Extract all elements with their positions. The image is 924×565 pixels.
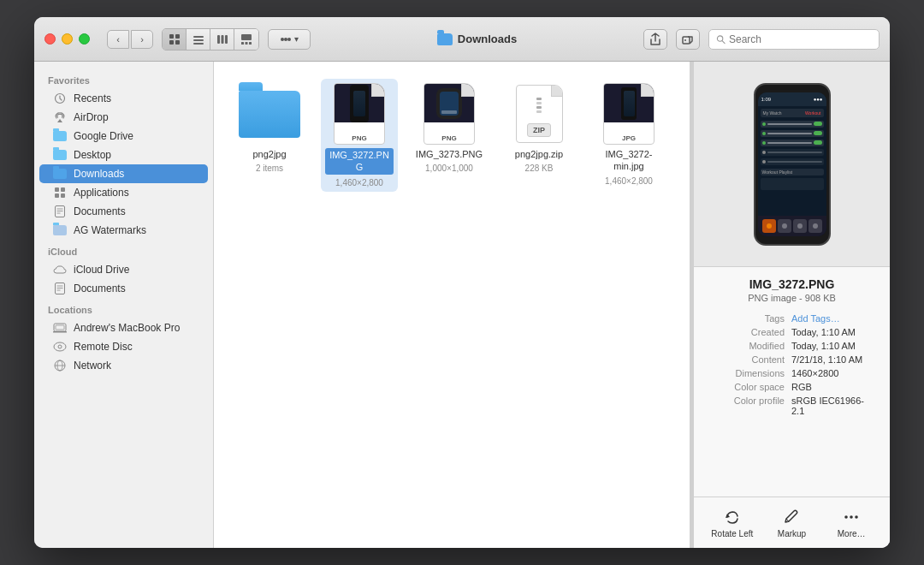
window-title: Downloads: [458, 33, 517, 45]
sidebar-item-applications-label: Applications: [74, 187, 129, 199]
file-item-png2jpg-zip[interactable]: ZIP png2jpg.zip 228 KB: [500, 79, 578, 192]
sidebar-item-recents[interactable]: Recents: [39, 89, 208, 108]
markup-label: Markup: [778, 529, 806, 538]
phone-tab-2: [793, 219, 807, 233]
svg-rect-2: [169, 40, 174, 45]
zip-label: ZIP: [527, 123, 551, 137]
share-button[interactable]: [643, 29, 667, 50]
file-icon-img3272-min: JPG: [598, 83, 660, 145]
file-item-img3272-min[interactable]: JPG IMG_3272-min.jpg 1,460×2,800: [590, 79, 667, 192]
svg-rect-25: [61, 193, 65, 198]
file-meta-img3273: 1,000×1,000: [425, 164, 473, 173]
png-watch-icon: PNG: [424, 83, 475, 145]
svg-rect-6: [193, 43, 204, 45]
file-item-png2jpg-folder[interactable]: png2jpg 2 items: [231, 79, 308, 192]
svg-rect-35: [56, 325, 64, 330]
svg-point-53: [850, 515, 853, 519]
phone-status-bar: 1:09 ●●●: [758, 92, 826, 106]
sidebar-item-desktop[interactable]: Desktop: [39, 146, 208, 164]
search-bar[interactable]: [708, 29, 880, 50]
main-layout: Favorites Recents AirDrop Google Drive: [34, 62, 890, 548]
google-drive-icon: [53, 129, 67, 143]
rotate-left-icon: [722, 507, 743, 527]
file-meta-img3272-min: 1,460×2,800: [605, 176, 653, 186]
forward-button[interactable]: ›: [131, 30, 153, 49]
phone-tab-1: [778, 219, 791, 233]
svg-rect-11: [241, 42, 244, 45]
network-icon: [53, 359, 67, 372]
preview-toolbar: Rotate Left Markup: [694, 497, 890, 548]
folder-large-icon: [239, 91, 300, 138]
rotate-left-action[interactable]: Rotate Left: [707, 507, 758, 538]
more-action[interactable]: More…: [826, 507, 877, 538]
sidebar-item-documents-fav[interactable]: Documents: [39, 202, 208, 221]
sidebar-section-favorites: Favorites: [34, 68, 213, 89]
preview-modified-value: Today, 1:10 AM: [791, 341, 876, 351]
svg-rect-43: [536, 102, 542, 104]
svg-rect-1: [175, 34, 180, 39]
columns-icon: [216, 33, 228, 45]
preview-colorspace-label: Color space: [708, 382, 785, 392]
back-button[interactable]: ‹: [107, 30, 129, 49]
sidebar-item-google-drive-label: Google Drive: [74, 130, 133, 142]
svg-rect-30: [56, 283, 65, 294]
phone-tab-3: [808, 219, 822, 233]
search-input[interactable]: [729, 33, 872, 45]
sidebar-item-documents-icloud[interactable]: Documents: [39, 279, 208, 298]
svg-rect-0: [169, 34, 174, 39]
file-meta-png2jpg-folder: 2 items: [256, 164, 283, 173]
file-name-img3272: IMG_3272.PNG: [325, 148, 394, 175]
phone-status-icons: ●●●: [814, 97, 823, 102]
tag-button[interactable]: [676, 29, 700, 50]
phone-app-content: My Watch Workout Workout Playlist: [758, 106, 826, 216]
arrange-button[interactable]: ▾: [268, 29, 311, 50]
close-button[interactable]: [44, 33, 56, 45]
sidebar-item-icloud-drive[interactable]: iCloud Drive: [39, 260, 208, 279]
list-view-button[interactable]: [187, 29, 210, 50]
preview-colorspace-value: RGB: [791, 382, 876, 392]
file-item-img3273[interactable]: PNG IMG_3273.PNG 1,000×1,000: [411, 79, 488, 192]
maximize-button[interactable]: [79, 33, 90, 45]
preview-created-row: Created Today, 1:10 AM: [708, 327, 876, 337]
preview-created-value: Today, 1:10 AM: [791, 327, 876, 337]
preview-content-label: Content: [708, 354, 785, 365]
svg-rect-12: [246, 42, 248, 45]
sidebar-item-network[interactable]: Network: [39, 356, 208, 375]
file-item-img3272[interactable]: PNG IMG_3272.PNG 1,460×2,800: [321, 79, 398, 192]
preview-content-row: Content 7/21/18, 1:10 AM: [708, 354, 876, 365]
sidebar-item-recents-label: Recents: [74, 92, 111, 104]
sidebar-item-downloads-label: Downloads: [74, 168, 124, 180]
icloud-drive-icon: [53, 263, 67, 277]
sidebar-item-downloads[interactable]: Downloads: [39, 164, 208, 183]
sidebar-section-locations: Locations: [34, 298, 213, 318]
sidebar-item-macbook[interactable]: Andrew's MacBook Pro: [39, 318, 208, 337]
column-view-button[interactable]: [210, 29, 234, 50]
sidebar-item-remote-disc-label: Remote Disc: [74, 341, 133, 353]
documents-icloud-icon: [53, 282, 67, 295]
icon-view-button[interactable]: [163, 29, 187, 50]
file-name-png2jpg-folder: png2jpg: [252, 148, 286, 160]
arrange-dropdown-icon: ▾: [294, 34, 299, 44]
sidebar-item-google-drive[interactable]: Google Drive: [39, 127, 208, 146]
svg-point-16: [287, 38, 291, 41]
ag-watermarks-icon: [53, 223, 67, 237]
macbook-icon: [53, 321, 67, 335]
titlebar: ‹ ›: [34, 17, 890, 62]
content-area: png2jpg 2 items: [214, 62, 690, 548]
preview-dimensions-value: 1460×2800: [791, 368, 876, 378]
preview-colorprofile-label: Color profile: [708, 396, 785, 406]
svg-point-48: [797, 223, 803, 229]
sidebar-item-airdrop[interactable]: AirDrop: [39, 108, 208, 127]
markup-action[interactable]: Markup: [766, 507, 817, 538]
arrange-icon: [280, 33, 292, 45]
sidebar-item-applications[interactable]: Applications: [39, 183, 208, 202]
preview-created-label: Created: [708, 327, 785, 337]
preview-colorspace-row: Color space RGB: [708, 382, 876, 392]
preview-tags-value[interactable]: Add Tags…: [791, 313, 876, 324]
sidebar-item-remote-disc[interactable]: Remote Disc: [39, 337, 208, 356]
sidebar-item-ag-watermarks[interactable]: AG Watermarks: [39, 221, 208, 240]
gallery-view-button[interactable]: [234, 29, 258, 50]
minimize-button[interactable]: [62, 33, 73, 45]
zip-zipper-icon: [529, 96, 549, 116]
png-preview: [335, 84, 384, 122]
